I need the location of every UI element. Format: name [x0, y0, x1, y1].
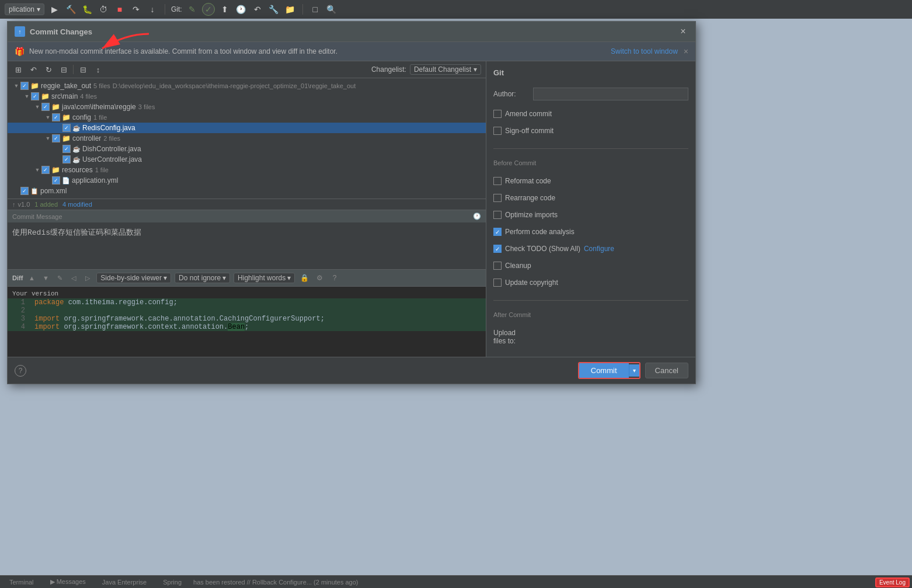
commit-button[interactable]: Commit: [579, 363, 629, 378]
tree-item-label: java\com\itheima\reggie: [62, 103, 136, 111]
commit-message-header: Commit Message 🕐: [8, 210, 486, 222]
changelist-dropdown[interactable]: Default Changelist ▾: [410, 64, 481, 75]
tree-item-reggie-take-out[interactable]: ▼ ✓ 📁 reggie_take_out 5 files D:\develop…: [8, 81, 486, 91]
tree-item-controller[interactable]: ▼ ✓ 📁 controller 2 files: [8, 133, 486, 144]
git-history-btn[interactable]: 🕐: [235, 3, 248, 16]
cleanup-checkbox[interactable]: [493, 262, 502, 270]
divider-1: [493, 148, 688, 149]
tree-check-controller[interactable]: ✓: [52, 134, 60, 142]
commit-button-group: Commit ▾: [578, 362, 641, 379]
search-btn[interactable]: 🔍: [325, 3, 338, 16]
terminal-tab[interactable]: Terminal: [5, 576, 39, 589]
tree-check-resources[interactable]: ✓: [41, 166, 50, 174]
git-folder-btn[interactable]: 📁: [284, 3, 297, 16]
sign-off-checkbox[interactable]: [493, 127, 502, 135]
tree-item-pom-xml[interactable]: ✓ 📋 pom.xml: [8, 186, 486, 196]
ignore-dropdown[interactable]: Do not ignore ▾: [175, 273, 230, 283]
git-checkmark-btn[interactable]: ✎: [186, 3, 199, 16]
tree-check-user-controller[interactable]: ✓: [62, 155, 71, 163]
tree-check-application-yml[interactable]: ✓: [52, 176, 60, 185]
tree-arrow-icon: ▼: [12, 83, 20, 89]
help-icon-btn[interactable]: ?: [329, 272, 340, 284]
profile-btn[interactable]: ⏱: [97, 3, 110, 16]
perform-analysis-checkbox[interactable]: [493, 228, 502, 236]
rearrange-code-checkbox[interactable]: [493, 194, 502, 202]
commit-changes-dialog: ↑ Commit Changes × 🎁 New non-modal commi…: [7, 21, 696, 384]
gift-icon: 🎁: [15, 47, 25, 56]
cancel-button[interactable]: Cancel: [645, 363, 688, 378]
tree-check-reggie-take-out[interactable]: ✓: [20, 82, 29, 90]
file-meta: 1 file: [93, 114, 107, 121]
step-into-btn[interactable]: ↓: [146, 3, 159, 16]
tree-check-redis-config[interactable]: ✓: [62, 124, 71, 132]
git-commit-btn[interactable]: ✓: [202, 3, 215, 16]
messages-tab[interactable]: ▶ Messages: [46, 576, 90, 589]
tree-check-pom-xml[interactable]: ✓: [20, 187, 29, 195]
switch-to-tool-window-link[interactable]: Switch to tool window: [611, 47, 678, 55]
lock-icon-btn[interactable]: 🔒: [298, 272, 310, 284]
viewer-dropdown[interactable]: Side-by-side viewer ▾: [96, 273, 171, 283]
git-wrench-btn[interactable]: 🔧: [267, 3, 280, 16]
tree-check-java-com[interactable]: ✓: [41, 103, 50, 111]
tree-check-dish-controller[interactable]: ✓: [62, 145, 71, 153]
reformat-code-checkbox[interactable]: [493, 177, 502, 185]
stop-btn[interactable]: ■: [113, 3, 126, 16]
refresh-btn[interactable]: ↻: [43, 64, 54, 75]
upload-label: Upload files to:: [493, 329, 528, 345]
tree-item-application-yml[interactable]: ✓ 📄 application.yml: [8, 175, 486, 186]
tree-item-user-controller[interactable]: ✓ ☕ UserController.java: [8, 154, 486, 165]
ide-toolbar: plication ▾ ▶ 🔨 🐛 ⏱ ■ ↷ ↓ Git: ✎ ✓ ⬆ 🕐 ↶…: [0, 0, 912, 19]
expand-all-btn[interactable]: ⊞: [12, 64, 24, 75]
file-meta: 4 files: [80, 93, 97, 100]
sort-btn[interactable]: ↕: [92, 64, 104, 75]
configure-link[interactable]: Configure: [584, 245, 614, 253]
tree-item-src-main[interactable]: ▼ ✓ 📁 src\main 4 files: [8, 91, 486, 102]
settings-icon-btn[interactable]: ⚙: [314, 272, 325, 284]
git-rollback-btn[interactable]: ↶: [251, 3, 264, 16]
tree-item-dish-controller[interactable]: ✓ ☕ DishController.java: [8, 144, 486, 154]
amend-commit-checkbox[interactable]: [493, 110, 502, 118]
run-btn[interactable]: ▶: [48, 3, 61, 16]
commit-message-input[interactable]: 使用Redis缓存短信验证码和菜品数据: [8, 222, 486, 269]
commit-dropdown-arrow[interactable]: ▾: [629, 364, 639, 377]
optimize-imports-checkbox[interactable]: [493, 211, 502, 219]
diff-header: Diff ▲ ▼ ✎ ◁ ▷ Side-by-side viewer ▾ Do …: [8, 270, 486, 287]
tree-check-config[interactable]: ✓: [52, 113, 60, 121]
perform-analysis-label: Perform code analysis: [505, 228, 575, 236]
diff-prev-btn[interactable]: ▲: [26, 273, 37, 283]
tree-item-config[interactable]: ▼ ✓ 📁 config 1 file: [8, 112, 486, 123]
spring-tab[interactable]: Spring: [158, 576, 186, 589]
tree-item-resources[interactable]: ▼ ✓ 📁 resources 1 file: [8, 165, 486, 175]
event-log-button[interactable]: Event Log: [875, 577, 910, 587]
build-btn[interactable]: 🔨: [64, 3, 77, 16]
filter-btn[interactable]: ⊟: [77, 64, 89, 75]
highlight-dropdown[interactable]: Highlight words ▾: [234, 273, 295, 283]
update-copyright-row: Update copyright: [493, 279, 688, 287]
git-push-btn[interactable]: ⬆: [218, 3, 231, 16]
group-btn[interactable]: ⊟: [58, 64, 69, 75]
step-over-btn[interactable]: ↷: [130, 3, 142, 16]
enterprise-tab[interactable]: Java Enterprise: [98, 576, 151, 589]
banner-close-button[interactable]: ×: [684, 47, 688, 56]
tree-check-src-main[interactable]: ✓: [31, 92, 39, 100]
diff-forward-btn[interactable]: ▷: [82, 273, 93, 283]
tree-arrow-icon: ▼: [33, 167, 41, 173]
tree-item-java-com[interactable]: ▼ ✓ 📁 java\com\itheima\reggie 3 files: [8, 102, 486, 112]
undo-btn[interactable]: ↶: [27, 64, 39, 75]
check-todo-checkbox[interactable]: [493, 245, 502, 253]
diff-next-btn[interactable]: ▼: [40, 273, 51, 283]
java-file-icon: ☕: [72, 156, 81, 163]
tree-item-label: RedisConfig.java: [82, 124, 135, 132]
cleanup-row: Cleanup: [493, 262, 688, 270]
diff-line-1: 1 package com.itheima.reggie.config;: [8, 298, 486, 307]
tree-item-redis-config[interactable]: ✓ ☕ RedisConfig.java: [8, 123, 486, 133]
author-input[interactable]: [533, 88, 688, 100]
help-button[interactable]: ?: [15, 365, 26, 377]
debug-btn[interactable]: 🐛: [81, 3, 93, 16]
app-menu[interactable]: plication ▾: [5, 4, 44, 15]
monitor-btn[interactable]: □: [309, 3, 322, 16]
dialog-close-button[interactable]: ×: [678, 26, 688, 37]
diff-edit-btn[interactable]: ✎: [54, 273, 65, 283]
diff-back-btn[interactable]: ◁: [68, 273, 79, 283]
update-copyright-checkbox[interactable]: [493, 279, 502, 287]
